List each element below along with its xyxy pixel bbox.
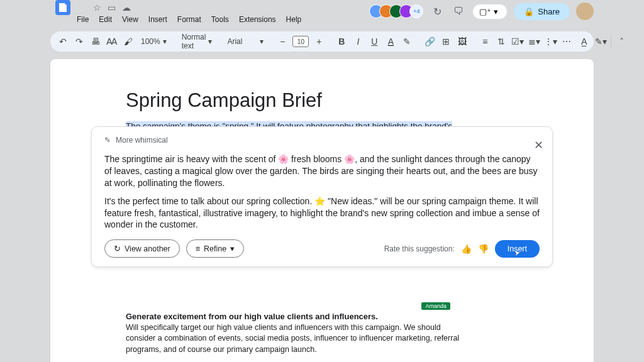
view-another-button[interactable]: ↻ View another — [104, 239, 180, 258]
chevron-down-icon: ▾ — [494, 7, 498, 16]
comments-icon[interactable]: 🗨 — [451, 6, 466, 17]
magic-pencil-icon: ✎ — [104, 136, 111, 145]
checklist-icon[interactable]: ☑▾ — [511, 36, 524, 47]
tune-icon: ≡ — [196, 244, 200, 253]
collaborator-avatars[interactable]: +4 — [373, 4, 423, 18]
line-spacing-icon[interactable]: ⇅ — [495, 36, 508, 47]
font-dropdown[interactable]: Arial ▾ — [225, 36, 266, 47]
docs-logo-icon[interactable] — [55, 0, 70, 15]
meet-button[interactable]: ▢⁺ ▾ — [472, 4, 508, 19]
menu-tools[interactable]: Tools — [211, 15, 229, 26]
refine-button[interactable]: ≡ Refine ▾ — [186, 239, 244, 258]
section-heading[interactable]: Generate excitement from our high value … — [126, 312, 465, 321]
header-right: +4 ↻ 🗨 ▢⁺ ▾ 🔒 Share — [373, 3, 594, 20]
suggestion-body: The springtime air is heavy with the sce… — [104, 153, 540, 231]
redo-icon[interactable]: ↷ — [73, 36, 86, 47]
doc-quick-actions: ☆ ▭ ☁ — [93, 3, 131, 13]
prompt-chip[interactable]: More whimsical — [116, 136, 168, 145]
style-dropdown[interactable]: Normal text ▾ — [179, 31, 215, 52]
chevron-down-icon: ▾ — [208, 37, 212, 46]
panel-header: ✎ More whimsical — [104, 136, 540, 145]
menu-insert[interactable]: Insert — [148, 15, 167, 26]
window-frame: ☆ ▭ ☁ +4 ↻ 🗨 ▢⁺ ▾ 🔒 — [50, 0, 594, 362]
spell-icon[interactable]: A̲ — [578, 36, 591, 47]
chevron-down-icon: ▾ — [260, 37, 264, 46]
italic-icon[interactable]: I — [352, 36, 364, 47]
lock-icon: 🔒 — [524, 7, 534, 16]
image-icon[interactable]: 🖼 — [456, 36, 469, 47]
account-avatar[interactable] — [576, 3, 594, 20]
flower-icon: 🌸 — [344, 154, 355, 164]
separator — [611, 36, 611, 47]
menu-format[interactable]: Format — [177, 15, 201, 26]
rate-label: Rate this suggestion: — [384, 244, 455, 253]
close-icon[interactable]: ✕ — [534, 138, 543, 152]
refresh-icon: ↻ — [114, 244, 121, 253]
share-label: Share — [538, 7, 560, 16]
plus-icon[interactable]: + — [313, 36, 325, 47]
zoom-dropdown[interactable]: 100% ▾ — [138, 36, 169, 47]
menu-extensions[interactable]: Extensions — [239, 15, 276, 26]
menu-help[interactable]: Help — [286, 15, 302, 26]
panel-footer: ↻ View another ≡ Refine ▾ Rate this sugg… — [104, 239, 540, 258]
numbered-list-icon[interactable]: ⋮▾ — [544, 36, 557, 47]
chevron-up-icon[interactable]: ˄ — [615, 36, 628, 47]
highlight-icon[interactable]: ✎ — [401, 36, 413, 47]
undo-icon[interactable]: ↶ — [57, 36, 69, 47]
minus-icon[interactable]: − — [276, 36, 289, 47]
text-color-icon[interactable]: A — [384, 36, 397, 47]
video-icon: ▢⁺ — [479, 7, 491, 16]
doc-section[interactable]: Amanda Generate excitement from our high… — [126, 312, 465, 356]
section-body[interactable]: Will specifically target our high value … — [126, 322, 465, 356]
suggestion-paragraph: It's the perfect time to talk about our … — [104, 195, 540, 231]
print-icon[interactable]: 🖶 — [89, 36, 102, 47]
chevron-down-icon: ▾ — [230, 244, 235, 253]
bold-icon[interactable]: B — [335, 36, 348, 47]
align-icon[interactable]: ≡ — [479, 36, 491, 47]
cloud-icon[interactable]: ☁ — [122, 3, 131, 13]
star-icon: ⭐ — [314, 196, 325, 206]
underline-icon[interactable]: U — [368, 36, 380, 47]
flower-icon: 🌸 — [278, 154, 289, 164]
doc-title[interactable]: Spring Campaign Brief — [126, 89, 518, 112]
menu-view[interactable]: View — [122, 15, 138, 26]
more-icon[interactable]: ⋯ — [560, 36, 573, 47]
thumbs-down-icon[interactable]: 👎 — [478, 244, 489, 254]
ai-suggestion-panel: ✎ More whimsical ✕ The springtime air is… — [91, 126, 553, 267]
paint-format-icon[interactable]: 🖌 — [122, 36, 135, 47]
more-collaborators[interactable]: +4 — [409, 4, 423, 18]
chevron-down-icon: ▾ — [163, 37, 167, 46]
comment-icon[interactable]: ⊞ — [440, 36, 452, 47]
share-button[interactable]: 🔒 Share — [514, 3, 570, 20]
collaborator-tag[interactable]: Amanda — [421, 302, 450, 310]
spellcheck-icon[interactable]: Ꜳ — [106, 36, 118, 47]
suggestion-paragraph: The springtime air is heavy with the sce… — [104, 153, 540, 189]
font-size-input[interactable]: 10 — [292, 36, 309, 47]
app-shell: ☆ ▭ ☁ +4 ↻ 🗨 ▢⁺ ▾ 🔒 — [0, 0, 644, 362]
insert-button[interactable]: Insert ➤ — [495, 240, 540, 258]
title-bar: ☆ ▭ ☁ +4 ↻ 🗨 ▢⁺ ▾ 🔒 — [50, 0, 594, 15]
link-icon[interactable]: 🔗 — [423, 36, 436, 47]
move-icon[interactable]: ▭ — [108, 3, 116, 13]
toolbar: ↶ ↷ 🖶 Ꜳ 🖌 100% ▾ Normal text ▾ Arial ▾ — [50, 31, 594, 52]
menu-edit[interactable]: Edit — [99, 15, 112, 26]
menu-file[interactable]: File — [77, 15, 89, 26]
document-page[interactable]: Spring Campaign Brief The campaign's the… — [50, 59, 594, 362]
editing-mode-icon[interactable]: ✎▾ — [594, 36, 607, 47]
history-icon[interactable]: ↻ — [430, 6, 445, 18]
star-icon[interactable]: ☆ — [93, 3, 101, 13]
thumbs-up-icon[interactable]: 👍 — [461, 244, 472, 254]
bulleted-list-icon[interactable]: ≣▾ — [528, 36, 540, 47]
